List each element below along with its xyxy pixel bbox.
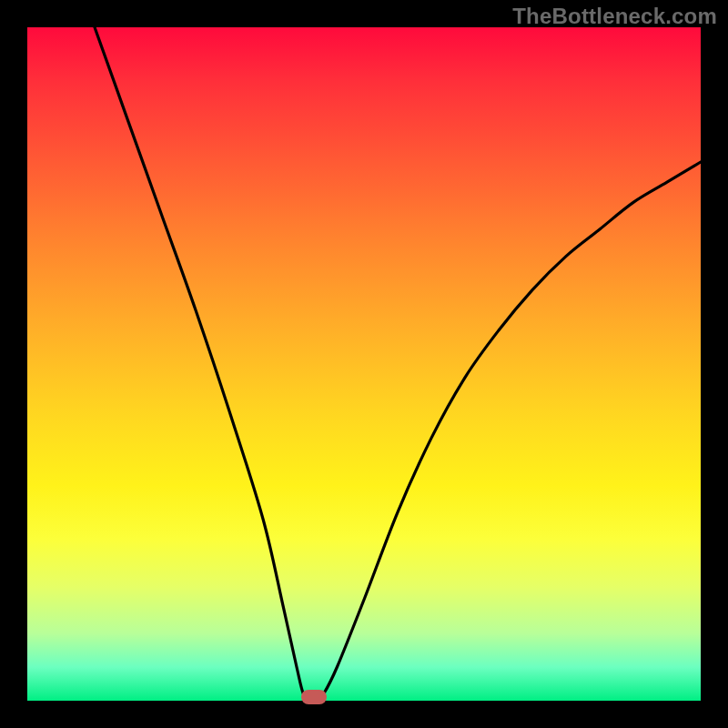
chart-frame: TheBottleneck.com bbox=[0, 0, 728, 728]
bottleneck-curve bbox=[95, 27, 701, 701]
watermark-text: TheBottleneck.com bbox=[512, 4, 717, 29]
optimal-marker bbox=[301, 690, 327, 704]
plot-area bbox=[27, 27, 701, 701]
curve-svg bbox=[27, 27, 701, 701]
